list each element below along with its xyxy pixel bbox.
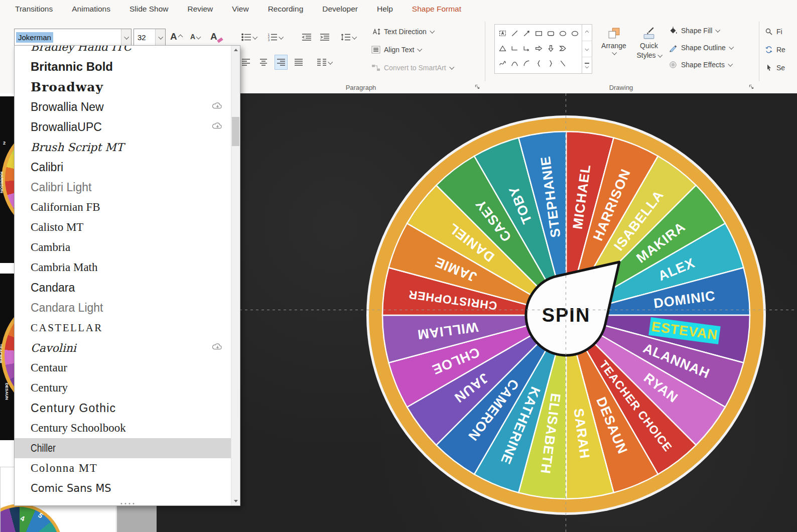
scroll-up-button[interactable]: [231, 46, 240, 54]
font-option-browallia-new[interactable]: Browallia New: [15, 97, 231, 117]
align-center-button[interactable]: [257, 55, 270, 69]
shape-oval-alt-icon[interactable]: [569, 26, 581, 40]
spinning-wheel[interactable]: MICHAELHARRISONISABELLAMAKIRAALEXDOMINIC…: [363, 112, 769, 518]
chevron-down-icon: [729, 45, 734, 50]
font-option-century[interactable]: Century: [15, 378, 231, 398]
scrollbar-thumb[interactable]: [232, 117, 239, 146]
replace-button[interactable]: Re: [765, 43, 785, 56]
font-option-label: Browallia New: [31, 100, 104, 114]
menu-tab-animations[interactable]: Animations: [72, 5, 110, 14]
shape-diagonal-line-icon[interactable]: [557, 56, 569, 70]
align-text-button[interactable]: Align Text: [371, 43, 421, 56]
shape-rounded-rectangle-icon[interactable]: [545, 26, 557, 40]
font-size-combo[interactable]: 32: [134, 29, 166, 46]
align-text-label: Align Text: [384, 46, 414, 54]
font-option-cambria[interactable]: Cambria: [15, 237, 231, 257]
font-option-comic-sans-ms[interactable]: Comic Sans MS: [15, 478, 231, 498]
gallery-scroll-up-button[interactable]: [582, 25, 592, 41]
font-option-century-gothic[interactable]: Century Gothic: [15, 398, 231, 418]
increase-indent-button[interactable]: [318, 30, 331, 44]
menu-tab-shape-format[interactable]: Shape Format: [412, 5, 461, 14]
font-option-cambria-math[interactable]: Cambria Math: [15, 257, 231, 278]
shape-arc-icon[interactable]: [520, 56, 533, 70]
shape-fill-button[interactable]: Shape Fill: [669, 24, 719, 37]
gallery-scroll-down-button[interactable]: [582, 41, 592, 58]
font-option-calisto-mt[interactable]: Calisto MT: [15, 217, 231, 237]
convert-to-smartart-button[interactable]: Convert to SmartArt: [371, 61, 453, 74]
shape-outline-icon: [669, 43, 678, 52]
font-name-combo[interactable]: Jokerman: [14, 29, 131, 46]
font-dropdown: Bradley Hand ITCBritannic BoldBroadwayBr…: [14, 45, 240, 506]
font-option-brush-script-mt[interactable]: Brush Script MT: [15, 137, 231, 157]
menu-tab-help[interactable]: Help: [377, 5, 393, 14]
menu-tab-recording[interactable]: Recording: [268, 5, 304, 14]
shape-line-icon[interactable]: [508, 26, 520, 40]
columns-button[interactable]: [315, 55, 333, 69]
menu-tab-slide-show[interactable]: Slide Show: [129, 5, 169, 14]
menu-tab-review[interactable]: Review: [187, 5, 213, 14]
shape-down-arrow-icon[interactable]: [545, 41, 557, 55]
quick-styles-button[interactable]: Quick Styles: [633, 24, 665, 75]
font-option-candara[interactable]: Candara: [15, 278, 231, 298]
find-label: Fi: [776, 28, 782, 36]
shape-right-arrow-icon[interactable]: [533, 41, 545, 55]
align-right-button[interactable]: [275, 55, 287, 69]
shape-left-brace-icon[interactable]: [533, 56, 545, 70]
font-option-chiller[interactable]: Chiller: [15, 438, 231, 458]
font-name-dropdown-arrow[interactable]: [121, 29, 131, 46]
shape-elbow-arrow-icon[interactable]: [520, 41, 533, 55]
font-option-calibri-light[interactable]: Calibri Light: [15, 177, 231, 197]
select-button[interactable]: Se: [765, 61, 785, 74]
bullets-button[interactable]: [240, 30, 258, 44]
align-left-button[interactable]: [240, 55, 252, 69]
shape-outline-button[interactable]: Shape Outline: [669, 41, 733, 54]
shape-elbow-connector-icon[interactable]: [508, 41, 520, 55]
shape-right-brace-icon[interactable]: [545, 56, 557, 70]
shape-text-box-icon[interactable]: [496, 26, 508, 40]
font-size-dropdown-arrow[interactable]: [155, 29, 165, 46]
slide-thumbnail-1[interactable]: 2 HARRISON: [0, 96, 14, 263]
slide-thumbnail-2[interactable]: TEACHER DESAUN: [0, 274, 14, 440]
shape-effects-button[interactable]: Shape Effects: [669, 58, 732, 71]
gallery-more-button[interactable]: [582, 57, 592, 73]
menu-tab-transitions[interactable]: Transitions: [15, 5, 53, 14]
font-option-colonna-mt[interactable]: Colonna MT: [15, 458, 231, 478]
font-option-calibri[interactable]: Calibri: [15, 157, 231, 177]
shape-curve-icon[interactable]: [508, 56, 520, 70]
scroll-down-button[interactable]: [231, 497, 240, 505]
font-option-cavolini[interactable]: Cavolini: [15, 338, 231, 358]
chevron-down-icon: [328, 59, 333, 64]
shape-scribble-icon[interactable]: [496, 56, 508, 70]
font-option-centaur[interactable]: Centaur: [15, 358, 231, 378]
dropdown-resize-grip[interactable]: [120, 503, 134, 504]
decrease-font-size-button[interactable]: A: [189, 30, 202, 44]
font-option-broadway[interactable]: Broadway: [15, 77, 231, 97]
paragraph-dialog-launcher[interactable]: [474, 83, 481, 90]
font-option-browalliaupc[interactable]: BrowalliaUPC: [15, 117, 231, 137]
shape-oval-icon[interactable]: [557, 26, 569, 40]
slide-canvas[interactable]: MICHAELHARRISONISABELLAMAKIRAALEXDOMINIC…: [157, 93, 797, 532]
numbering-button[interactable]: 123: [266, 30, 284, 44]
line-spacing-button[interactable]: [339, 30, 357, 44]
clear-formatting-button[interactable]: A: [209, 30, 224, 44]
decrease-indent-button[interactable]: [300, 30, 313, 44]
menu-tab-view[interactable]: View: [232, 5, 248, 14]
menu-tab-developer[interactable]: Developer: [322, 5, 358, 14]
font-option-candara-light[interactable]: Candara Light: [15, 298, 231, 318]
font-option-britannic-bold[interactable]: Britannic Bold: [15, 57, 231, 77]
arrange-button[interactable]: Arrange: [597, 24, 630, 75]
shape-chevron-icon[interactable]: [557, 41, 569, 55]
shape-line-arrow-icon[interactable]: [520, 26, 533, 40]
drawing-dialog-launcher[interactable]: [748, 83, 755, 90]
shape-rectangle-icon[interactable]: [533, 26, 545, 40]
font-option-castellar[interactable]: CASTELLAR: [15, 318, 231, 338]
justify-button[interactable]: [293, 55, 305, 69]
font-dropdown-scrollbar[interactable]: [231, 46, 240, 505]
font-option-century-schoolbook[interactable]: Century Schoolbook: [15, 418, 231, 438]
text-direction-button[interactable]: Text Direction: [371, 25, 434, 38]
font-option-bradley-hand-itc[interactable]: Bradley Hand ITC: [15, 46, 231, 57]
increase-font-size-button[interactable]: A: [169, 30, 184, 44]
shape-triangle-icon[interactable]: [496, 41, 508, 55]
font-option-californian-fb[interactable]: Californian FB: [15, 197, 231, 217]
find-button[interactable]: Fi: [765, 25, 782, 38]
